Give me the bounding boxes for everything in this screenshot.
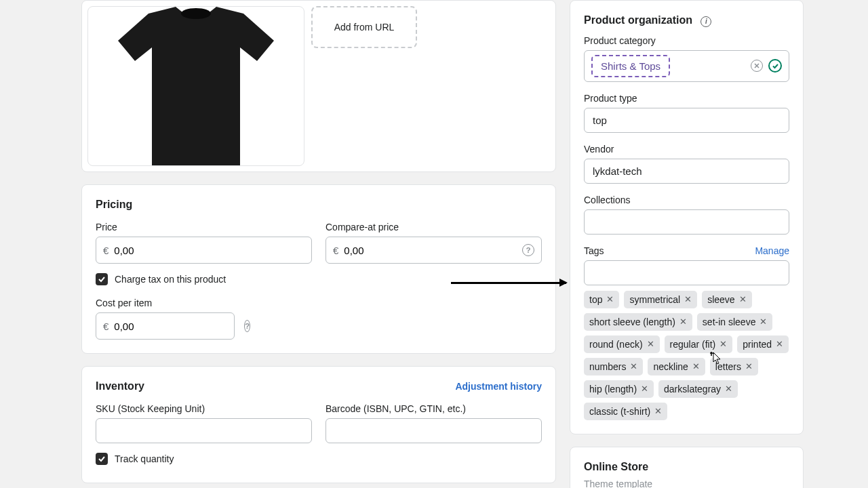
currency-symbol: € — [333, 245, 338, 256]
tag-remove-icon[interactable]: ✕ — [684, 295, 692, 304]
tag-chip: set-in sleeve✕ — [697, 313, 773, 331]
annotation-arrow — [451, 282, 566, 284]
charge-tax-checkbox[interactable] — [96, 273, 108, 285]
tag-chip: numbers✕ — [584, 358, 643, 375]
clear-icon[interactable] — [751, 60, 763, 72]
tag-remove-icon[interactable]: ✕ — [776, 340, 783, 348]
collections-input[interactable] — [584, 209, 789, 235]
tag-remove-icon[interactable]: ✕ — [745, 362, 753, 371]
tag-label: set-in sleeve — [703, 317, 756, 327]
product-image[interactable] — [87, 6, 304, 166]
tag-chip: top✕ — [584, 291, 619, 308]
compare-price-input[interactable]: € ? — [326, 237, 542, 264]
tag-label: numbers — [589, 361, 626, 372]
tag-chip: short sleeve (length)✕ — [584, 313, 692, 331]
tag-remove-icon[interactable]: ✕ — [630, 362, 637, 371]
adjustment-history-link[interactable]: Adjustment history — [455, 381, 542, 392]
add-from-url-label: Add from URL — [334, 22, 395, 33]
tag-label: round (neck) — [589, 339, 643, 350]
tag-chip: round (neck)✕ — [584, 336, 660, 353]
tag-remove-icon[interactable]: ✕ — [719, 340, 727, 348]
tag-label: top — [589, 294, 602, 305]
collections-label: Collections — [584, 195, 789, 205]
tag-chip: hip (length)✕ — [584, 380, 654, 398]
tag-remove-icon[interactable]: ✕ — [679, 317, 687, 326]
tags-label: Tags — [584, 245, 604, 256]
organization-title: Product organization — [584, 14, 692, 26]
cost-label: Cost per item — [96, 298, 235, 308]
tag-label: darkslategray — [664, 384, 721, 394]
category-input[interactable]: Shirts & Tops — [584, 50, 789, 82]
check-circle-icon[interactable] — [768, 59, 782, 73]
svg-point-0 — [181, 8, 211, 19]
tag-chip: neckline✕ — [648, 358, 705, 375]
tag-remove-icon[interactable]: ✕ — [739, 295, 747, 304]
sku-label: SKU (Stock Keeping Unit) — [96, 403, 312, 414]
pricing-card: Pricing Price € Compare-at price € ? — [81, 184, 556, 354]
media-card: Add from URL — [81, 0, 556, 172]
compare-price-field[interactable] — [342, 239, 522, 262]
tag-chip: classic (t-shirt)✕ — [584, 403, 667, 420]
tag-chip: regular (fit)✕ — [665, 336, 733, 353]
online-store-title: Online Store — [584, 461, 789, 473]
tag-chip: symmetrical✕ — [624, 291, 697, 308]
organization-card: Product organization i Product category … — [570, 0, 804, 434]
tag-label: hip (length) — [589, 384, 637, 394]
tag-remove-icon[interactable]: ✕ — [692, 362, 700, 371]
inventory-card: Inventory Adjustment history SKU (Stock … — [81, 366, 556, 483]
barcode-label: Barcode (ISBN, UPC, GTIN, etc.) — [326, 403, 542, 414]
tag-remove-icon[interactable]: ✕ — [760, 317, 767, 326]
tag-remove-icon[interactable]: ✕ — [647, 340, 654, 348]
price-input[interactable]: € — [96, 237, 312, 264]
tag-label: classic (t-shirt) — [589, 406, 650, 417]
tag-remove-icon[interactable]: ✕ — [725, 384, 732, 393]
pricing-title: Pricing — [96, 199, 542, 211]
category-chip[interactable]: Shirts & Tops — [591, 55, 670, 77]
online-store-card: Online Store Theme template Default prod… — [570, 447, 804, 489]
help-icon[interactable]: ? — [244, 320, 250, 332]
currency-symbol: € — [103, 245, 108, 256]
tag-remove-icon[interactable]: ✕ — [654, 407, 662, 415]
tag-label: short sleeve (length) — [589, 317, 675, 327]
info-icon[interactable]: i — [701, 16, 711, 27]
add-from-url-button[interactable]: Add from URL — [311, 6, 417, 48]
vendor-label: Vendor — [584, 144, 789, 155]
charge-tax-label: Charge tax on this product — [115, 274, 226, 285]
tag-label: printed — [743, 339, 772, 350]
tag-label: neckline — [653, 361, 688, 372]
inventory-title: Inventory — [96, 380, 144, 392]
cost-field[interactable] — [113, 315, 244, 338]
tag-chip: sleeve✕ — [702, 291, 751, 308]
tag-chip: printed✕ — [737, 336, 789, 353]
currency-symbol: € — [103, 321, 108, 332]
track-quantity-checkbox[interactable] — [96, 453, 108, 465]
tag-chip: darkslategray✕ — [658, 380, 738, 398]
price-label: Price — [96, 222, 312, 232]
type-input[interactable] — [584, 108, 789, 133]
theme-label: Theme template — [584, 479, 789, 489]
help-icon[interactable]: ? — [522, 244, 534, 256]
tag-label: symmetrical — [629, 294, 680, 305]
tag-remove-icon[interactable]: ✕ — [606, 295, 614, 304]
tags-list: top✕symmetrical✕sleeve✕short sleeve (len… — [584, 291, 789, 420]
type-label: Product type — [584, 93, 789, 104]
tag-remove-icon[interactable]: ✕ — [641, 384, 648, 393]
track-quantity-label: Track quantity — [115, 453, 174, 464]
tag-label: sleeve — [707, 294, 734, 305]
tag-chip: letters✕ — [710, 358, 758, 375]
vendor-input[interactable] — [584, 159, 789, 184]
tags-input[interactable] — [584, 260, 789, 285]
manage-tags-link[interactable]: Manage — [755, 245, 789, 256]
cost-input[interactable]: € ? — [96, 312, 235, 340]
category-label: Product category — [584, 35, 789, 46]
price-field[interactable] — [113, 239, 304, 262]
tag-label: letters — [715, 361, 741, 372]
sku-input[interactable] — [96, 418, 312, 443]
compare-price-label: Compare-at price — [326, 222, 542, 232]
barcode-input[interactable] — [326, 418, 542, 443]
tag-label: regular (fit) — [670, 339, 716, 350]
